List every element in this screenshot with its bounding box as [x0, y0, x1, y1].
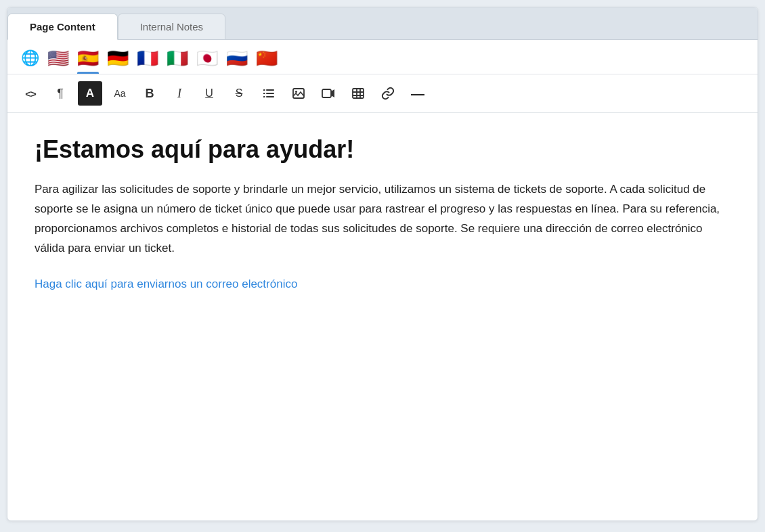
flag-ja: 🇯🇵 — [196, 49, 218, 67]
video-button[interactable] — [316, 81, 341, 106]
lang-ru[interactable]: 🇷🇺 — [226, 49, 248, 74]
bold-button[interactable]: B — [137, 81, 162, 106]
flag-fr: 🇫🇷 — [137, 49, 158, 67]
lang-it[interactable]: 🇮🇹 — [167, 49, 188, 74]
lang-es[interactable]: 🇪🇸 — [77, 49, 99, 74]
hr-button[interactable]: — — [406, 81, 430, 106]
svg-rect-3 — [263, 89, 265, 91]
svg-rect-8 — [322, 89, 331, 97]
svg-rect-1 — [266, 93, 274, 94]
flag-ru: 🇷🇺 — [226, 49, 248, 67]
table-icon — [351, 87, 365, 100]
toolbar: <> ¶ A Aa B I U S — [7, 74, 758, 113]
image-button[interactable] — [286, 81, 311, 106]
lang-fr[interactable]: 🇫🇷 — [137, 49, 158, 74]
lang-zh[interactable]: 🇨🇳 — [256, 49, 278, 74]
flag-en: 🇺🇸 — [47, 49, 69, 67]
tab-internal-notes[interactable]: Internal Notes — [118, 14, 225, 40]
font-size-button[interactable]: Aa — [108, 81, 132, 106]
svg-rect-4 — [263, 93, 265, 94]
flag-de: 🇩🇪 — [107, 49, 129, 67]
link-icon — [381, 87, 395, 100]
tab-page-content[interactable]: Page Content — [7, 14, 118, 40]
image-icon — [292, 87, 305, 100]
svg-point-7 — [295, 91, 297, 93]
list-icon — [262, 87, 276, 100]
strikethrough-button[interactable]: S — [227, 81, 251, 106]
lang-de[interactable]: 🇩🇪 — [107, 49, 129, 74]
code-button[interactable]: <> — [18, 81, 43, 106]
content-heading: ¡Estamos aquí para ayudar! — [35, 135, 730, 164]
video-icon — [322, 87, 335, 100]
globe-icon: 🌐 — [21, 49, 39, 67]
lang-ja[interactable]: 🇯🇵 — [196, 49, 218, 74]
flag-it: 🇮🇹 — [167, 49, 188, 67]
table-button[interactable] — [346, 81, 370, 106]
flag-zh: 🇨🇳 — [256, 49, 278, 67]
tabs-bar: Page Content Internal Notes — [7, 7, 758, 40]
svg-rect-5 — [263, 96, 265, 97]
editor-container: Page Content Internal Notes 🌐 🇺🇸 🇪🇸 🇩🇪 🇫… — [7, 7, 758, 521]
lang-en[interactable]: 🇺🇸 — [47, 49, 69, 74]
lang-globe[interactable]: 🌐 — [21, 49, 39, 74]
language-bar: 🌐 🇺🇸 🇪🇸 🇩🇪 🇫🇷 🇮🇹 🇯🇵 🇷🇺 🇨🇳 — [7, 40, 758, 74]
content-body: Para agilizar las solicitudes de soporte… — [35, 180, 725, 259]
svg-rect-0 — [266, 89, 274, 91]
flag-es: 🇪🇸 — [77, 49, 99, 67]
svg-rect-10 — [353, 89, 364, 98]
underline-button[interactable]: U — [197, 81, 221, 106]
svg-rect-2 — [266, 96, 274, 97]
list-button[interactable] — [257, 81, 281, 106]
paragraph-button[interactable]: ¶ — [48, 81, 72, 106]
content-link[interactable]: Haga clic aquí para enviarnos un correo … — [35, 278, 297, 290]
link-button[interactable] — [376, 81, 400, 106]
content-area: ¡Estamos aquí para ayudar! Para agilizar… — [7, 113, 758, 318]
italic-button[interactable]: I — [167, 81, 192, 106]
font-color-button[interactable]: A — [78, 81, 102, 106]
